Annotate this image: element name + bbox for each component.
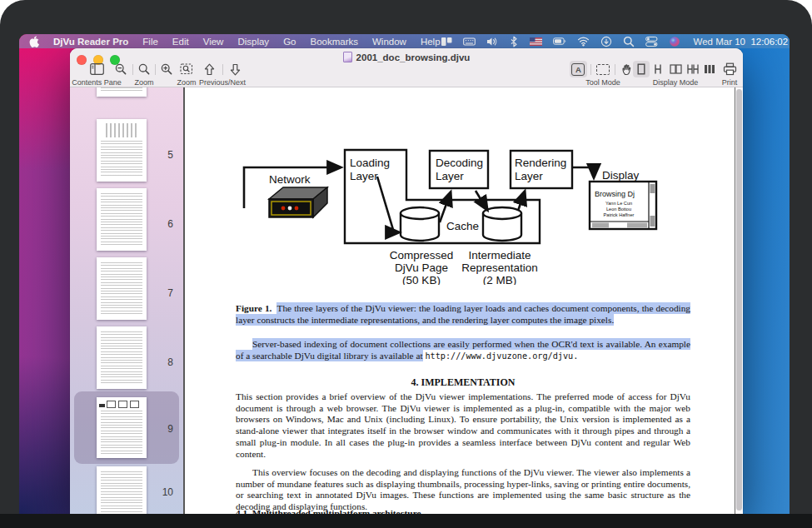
compressed-caption-1: Compressed	[390, 249, 454, 262]
figure-caption-highlighted-text: The three layers of the DjVu viewer: the…	[236, 302, 690, 326]
siri-icon[interactable]	[669, 36, 680, 47]
spotlight-icon[interactable]	[623, 36, 635, 47]
compressed-caption-2: DjVu Page	[395, 262, 448, 274]
rect-select-tool-button[interactable]	[595, 61, 612, 77]
page-number: 7	[148, 287, 173, 299]
app-window: 2001_doc_browsing.djvu Contents Pane	[70, 48, 743, 514]
decoding-layer-label-1: Decoding	[436, 157, 483, 169]
continuous-mode-button[interactable]	[650, 61, 667, 77]
menu-go[interactable]: Go	[283, 37, 296, 47]
menu-clock[interactable]: Wed Mar 10 12:06:02 AM	[694, 37, 790, 47]
display-mode-label: Display Mode	[633, 78, 718, 87]
two-pages-mode-button[interactable]	[667, 61, 684, 77]
bluetooth-icon[interactable]	[509, 36, 519, 47]
wifi-icon[interactable]	[577, 36, 590, 47]
menu-app-name[interactable]: DjVu Reader Pro	[53, 37, 128, 47]
thumbnail-page-5[interactable]	[97, 119, 147, 182]
document-icon	[343, 52, 352, 62]
figure-1-diagram: Loading Layer Decoding Layer Rendering L…	[237, 143, 704, 285]
print-group: Print	[711, 61, 748, 87]
decoding-layer-label-2: Layer	[436, 170, 464, 182]
author-3: Patrick Haffner	[604, 212, 635, 217]
rendering-layer-label-1: Rendering	[515, 157, 566, 169]
display-browser-mockup: Browsing Dj Yann Le Cun Leon Bottou Patr…	[590, 182, 656, 229]
us-flag-icon[interactable]	[530, 37, 542, 46]
contents-pane-button[interactable]	[87, 61, 106, 77]
previous-page-button[interactable]	[202, 61, 217, 77]
selection-rect-icon	[596, 64, 610, 75]
menu-window[interactable]: Window	[372, 37, 406, 47]
browser-title: Browsing Dj	[595, 190, 635, 198]
menu-bar: DjVu Reader Pro File Edit View Display G…	[19, 34, 790, 48]
menu-help[interactable]: Help	[421, 37, 441, 47]
figure-caption: Figure 1. The three layers of the DjVu v…	[236, 303, 690, 326]
keyboard-icon[interactable]	[463, 36, 476, 47]
two-pages-continuous-icon	[686, 63, 700, 75]
thumbnail-page-10[interactable]	[97, 466, 147, 514]
update-icon[interactable]	[600, 36, 612, 47]
page-number: 9	[148, 423, 173, 435]
app-tiles-icon[interactable]	[441, 36, 452, 47]
djvuzone-url: http:///www.djvuzone.org/djvu.	[425, 351, 578, 361]
page-number: 6	[148, 218, 173, 230]
control-center-icon[interactable]	[645, 36, 658, 47]
previous-next-group: Previous/Next	[195, 61, 250, 87]
page-number: 5	[148, 149, 173, 161]
page-number: 8	[148, 356, 173, 368]
loading-layer-label-2: Layer	[350, 170, 378, 182]
menu-status-area: Wed Mar 10 12:06:02 AM	[441, 36, 790, 47]
menu-bookmarks[interactable]: Bookmarks	[310, 37, 358, 47]
volume-icon[interactable]	[486, 36, 498, 47]
tool-mode-label: Tool Mode	[570, 78, 636, 87]
thumbnail-page-8[interactable]	[97, 326, 147, 389]
thumbnail-page-9[interactable]	[97, 397, 147, 458]
print-button[interactable]	[720, 61, 739, 77]
intermediate-caption-1: Intermediate	[468, 249, 531, 262]
zoom-out-button[interactable]	[114, 61, 128, 77]
printer-icon	[723, 62, 737, 76]
zoom-actual-size-button[interactable]	[137, 61, 152, 77]
network-device	[269, 187, 327, 217]
thumbnail-page-7[interactable]	[97, 257, 147, 320]
apple-menu-icon[interactable]	[29, 36, 39, 47]
cache-label: Cache	[446, 220, 479, 232]
rendering-to-display-arrow	[572, 167, 594, 177]
cache-cylinder-1	[401, 207, 439, 241]
single-page-icon	[637, 63, 645, 75]
text-tool-icon: A	[571, 63, 585, 76]
menu-left: DjVu Reader Pro File Edit View Display G…	[29, 36, 441, 47]
display-mode-group: Display Mode	[633, 61, 718, 87]
thumbnail-page-4-partial[interactable]	[97, 87, 147, 97]
menu-edit[interactable]: Edit	[172, 37, 189, 47]
single-page-mode-button[interactable]	[633, 61, 650, 77]
loading-layer-label-1: Loading	[350, 157, 390, 169]
section-heading: 4. IMPLEMENTATION	[236, 376, 690, 389]
zoom-group: Zoom	[114, 61, 174, 87]
next-page-button[interactable]	[228, 61, 243, 77]
menu-file[interactable]: File	[142, 37, 158, 47]
document-scrollbar[interactable]	[735, 87, 743, 514]
two-pages-icon	[670, 63, 682, 75]
menu-view[interactable]: View	[203, 37, 224, 47]
print-label: Print	[711, 78, 748, 87]
previous-next-label: Previous/Next	[195, 78, 250, 87]
thumbnail-sidebar: 5 6 7 8 9 10	[70, 87, 185, 514]
compressed-caption-3: (50 KB)	[402, 274, 441, 285]
two-pages-continuous-mode-button[interactable]	[685, 61, 701, 77]
battery-icon[interactable]	[553, 36, 566, 47]
text-select-tool-button[interactable]: A	[570, 61, 587, 77]
thumbnail-page-6[interactable]	[97, 188, 147, 251]
menu-display[interactable]: Display	[237, 37, 269, 47]
laptop-bezel: DjVu Reader Pro File Edit View Display G…	[0, 0, 812, 528]
cache-to-rendering-arrow	[518, 192, 525, 211]
loading-to-cache-arrow	[377, 177, 399, 232]
figure-caption-label: Figure 1.	[236, 303, 271, 313]
marquee-zoom-button[interactable]	[177, 61, 196, 77]
continuous-icon	[653, 63, 663, 75]
body-paragraph-2: This overview focuses on the decoding an…	[236, 467, 690, 513]
hand-icon	[621, 63, 634, 76]
network-label: Network	[269, 173, 311, 186]
scrollbar-thumb[interactable]	[736, 89, 742, 511]
cache-to-decoding-arrow	[440, 192, 451, 222]
cache-cylinder-2	[483, 207, 521, 241]
